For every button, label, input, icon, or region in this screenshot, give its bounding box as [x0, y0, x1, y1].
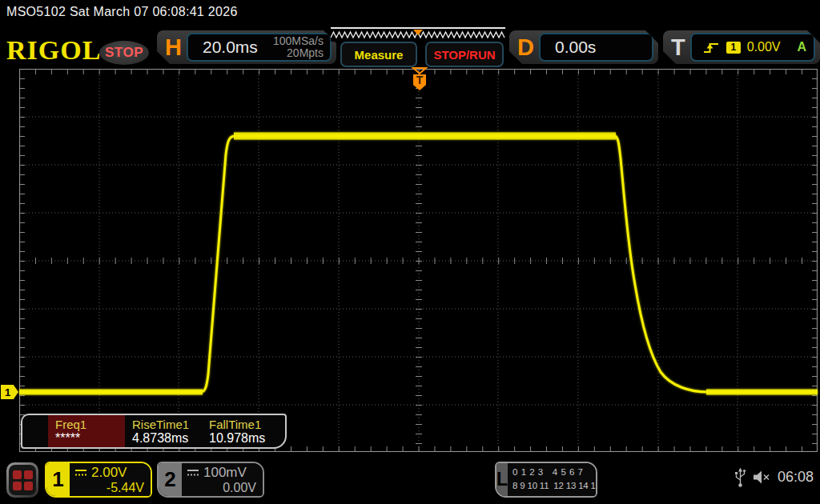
channel1-scale: 2.00V [91, 465, 127, 481]
measurement-label: Freq1 [55, 418, 125, 431]
measurement-item-freq1[interactable]: Freq1 ***** [48, 415, 125, 447]
channel2-scale: 100mV [203, 465, 247, 481]
waveform-display-area: T 1 Freq1 ***** RiseTime1 4.8738ms FallT… [19, 69, 818, 452]
channel2-offset: 0.00V [187, 481, 256, 495]
memory-depth: 20Mpts [273, 47, 324, 59]
measure-button[interactable]: Measure [340, 42, 417, 67]
rigol-logo: RIGOL [6, 35, 101, 66]
acquisition-state-badge: STOP [99, 41, 149, 65]
delay-value: 0.00s [541, 38, 596, 57]
logic-row-0-7: 0 1 2 3 4 5 6 7 [512, 466, 597, 479]
trigger-source-badge: 1 [726, 42, 741, 54]
horizontal-panel: 20.0ms 100MSa/s 20Mpts [187, 33, 332, 62]
measurement-item-falltime1[interactable]: FallTime1 10.978ms [202, 415, 279, 447]
trigger-panel: 1 0.00V A [690, 33, 815, 62]
channel2-number-tab: 2 [159, 463, 182, 496]
trigger-settings-button[interactable]: T 1 0.00V A [663, 30, 820, 64]
waveform-preview-bar[interactable] [331, 27, 505, 42]
measurement-item-risetime1[interactable]: RiseTime1 4.8738ms [125, 415, 202, 447]
channel1-ground-marker[interactable]: 1 [1, 385, 18, 399]
oscilloscope-screen: MSO5102 Sat March 07 06:08:41 2026 RIGOL… [0, 0, 820, 504]
trigger-position-marker[interactable]: T [411, 67, 428, 92]
channel1-ground-label: 1 [5, 386, 10, 398]
logic-tab: L [496, 463, 508, 496]
measurement-spacer [22, 415, 48, 447]
title-bar: MSO5102 Sat March 07 06:08:41 2026 [0, 0, 820, 26]
measurement-value: 4.8738ms [132, 431, 202, 446]
logic-row-8-15: 8 9 10 11 12 13 14 15 [512, 480, 597, 493]
channel1-widget[interactable]: 1 2.00V -5.44V [45, 462, 152, 498]
measurement-value: ***** [55, 431, 125, 446]
horizontal-label: H [165, 36, 182, 59]
measure-button-label: Measure [355, 48, 404, 62]
delay-label: D [517, 36, 534, 59]
logic-channel-list: 0 1 2 3 4 5 6 7 8 9 10 11 12 13 14 15 [508, 463, 597, 496]
horizontal-settings-button[interactable]: H 20.0ms 100MSa/s 20Mpts [157, 30, 336, 64]
channel1-info: 2.00V -5.44V [70, 463, 151, 496]
trigger-position-indicator-icon[interactable] [413, 30, 423, 35]
dc-coupling-icon [74, 469, 87, 477]
channel1-waveform [19, 69, 818, 452]
timebase-value: 20.0ms [188, 38, 258, 57]
measurement-value: 10.978ms [209, 431, 279, 446]
logic-channels-widget[interactable]: L 0 1 2 3 4 5 6 7 8 9 10 11 12 13 14 15 [495, 462, 597, 498]
stop-run-button-label: STOP/RUN [433, 48, 495, 62]
measurement-label: RiseTime1 [132, 418, 202, 431]
acquisition-state-label: STOP [105, 45, 143, 61]
dc-coupling-icon [187, 469, 199, 477]
measurement-label: FallTime1 [209, 418, 279, 431]
channel1-offset: -5.44V [74, 481, 144, 495]
trigger-mode-auto: A [797, 40, 814, 54]
sample-rate: 100MSa/s [273, 35, 324, 47]
stop-run-button[interactable]: STOP/RUN [425, 42, 504, 67]
usb-icon [734, 466, 746, 488]
speaker-muted-icon [753, 470, 771, 485]
menu-button[interactable] [6, 462, 38, 498]
rising-edge-icon [703, 42, 720, 54]
delay-panel: 0.00s [539, 33, 653, 62]
acquisition-info: 100MSa/s 20Mpts [273, 35, 330, 59]
channel1-number-tab: 1 [46, 463, 70, 496]
delay-settings-button[interactable]: D 0.00s [509, 30, 658, 64]
model-and-datetime: MSO5102 Sat March 07 06:08:41 2026 [6, 5, 238, 19]
bottom-bar: 1 2.00V -5.44V 2 [0, 460, 820, 504]
trigger-level-value: 0.00V [747, 40, 781, 54]
trigger-label: T [671, 36, 685, 59]
channel2-info: 100mV 0.00V [182, 463, 263, 496]
toolbar: RIGOL STOP H 20.0ms 100MSa/s 20Mpts Meas… [0, 26, 820, 67]
status-icons: 06:08 [734, 466, 814, 488]
trigger-marker-letter: T [416, 74, 424, 86]
measurement-panel: Freq1 ***** RiseTime1 4.8738ms FallTime1… [21, 414, 287, 449]
waveform-trace [19, 136, 818, 392]
channel2-widget[interactable]: 2 100mV 0.00V [157, 462, 264, 498]
menu-grid-icon [9, 465, 36, 495]
clock: 06:08 [778, 469, 814, 486]
